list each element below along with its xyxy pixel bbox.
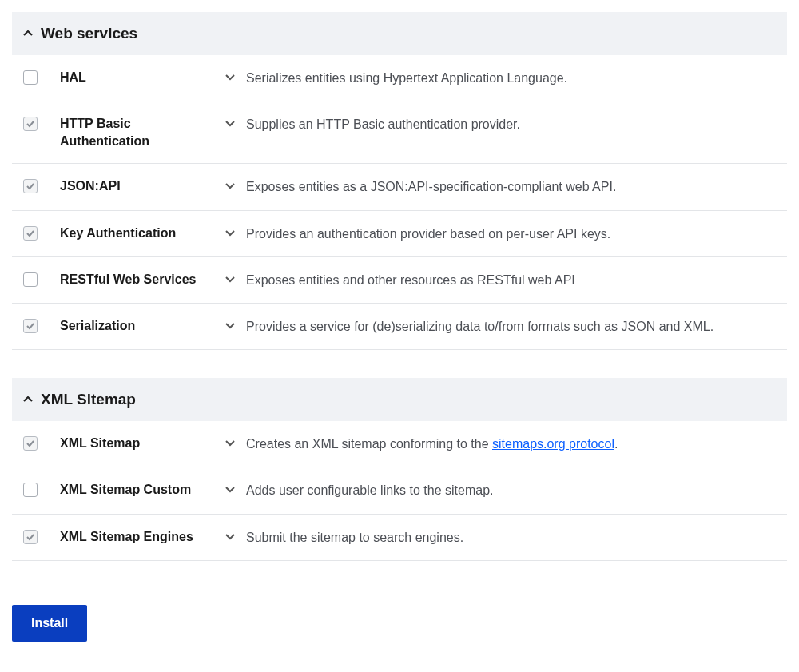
module-row: RESTful Web Services Exposes entities an… [12, 257, 787, 304]
section-header[interactable]: XML Sitemap [12, 378, 787, 421]
module-name: HTTP Basic Authentication [38, 115, 225, 149]
module-description: Supplies an HTTP Basic authentication pr… [246, 115, 776, 133]
checkbox[interactable] [23, 226, 38, 241]
checkbox[interactable] [23, 70, 38, 85]
module-name: JSON:API [38, 177, 225, 195]
install-button[interactable]: Install [12, 605, 87, 642]
chevron-down-icon[interactable] [225, 320, 237, 330]
module-row: HAL Serializes entities using Hypertext … [12, 55, 787, 101]
module-row: Serialization Provides a service for (de… [12, 304, 787, 350]
module-description: Provides an authentication provider base… [246, 225, 776, 243]
module-row: Key Authentication Provides an authentic… [12, 211, 787, 257]
chevron-down-icon[interactable] [225, 274, 237, 284]
module-description: Exposes entities as a JSON:API-specifica… [246, 177, 776, 196]
module-row: JSON:API Exposes entities as a JSON:API-… [12, 164, 787, 210]
module-row: XML Sitemap Custom Adds user configurabl… [12, 467, 787, 514]
checkbox[interactable] [23, 117, 38, 131]
module-description: Creates an XML sitemap conforming to the… [246, 435, 776, 453]
module-description: Provides a service for (de)serializing d… [246, 317, 776, 336]
section-xml-sitemap: XML Sitemap XML Sitemap Creates an XML s… [12, 378, 787, 561]
section-title: XML Sitemap [41, 391, 136, 408]
module-name: Serialization [38, 317, 225, 335]
chevron-down-icon[interactable] [225, 181, 237, 190]
chevron-up-icon [23, 395, 33, 404]
module-name: XML Sitemap Engines [38, 528, 225, 546]
chevron-down-icon[interactable] [225, 531, 237, 541]
checkbox[interactable] [23, 179, 38, 193]
module-name: XML Sitemap [38, 435, 225, 452]
module-name: XML Sitemap Custom [38, 481, 225, 499]
module-description: Submit the sitemap to search engines. [246, 528, 776, 547]
checkbox[interactable] [23, 319, 38, 333]
module-name: Key Authentication [38, 225, 225, 242]
section-web-services: Web services HAL Serializes entities usi… [12, 12, 787, 350]
chevron-down-icon[interactable] [225, 72, 237, 82]
module-description: Serializes entities using Hypertext Appl… [246, 69, 776, 87]
chevron-down-icon[interactable] [225, 484, 237, 494]
module-row: XML Sitemap Creates an XML sitemap confo… [12, 421, 787, 467]
section-title: Web services [41, 25, 137, 42]
chevron-down-icon[interactable] [225, 228, 237, 237]
chevron-down-icon[interactable] [225, 118, 237, 128]
section-header[interactable]: Web services [12, 12, 787, 55]
module-name: HAL [38, 69, 225, 86]
checkbox[interactable] [23, 272, 38, 287]
module-description: Adds user configurable links to the site… [246, 481, 776, 499]
checkbox[interactable] [23, 436, 38, 451]
module-name: RESTful Web Services [38, 271, 225, 288]
checkbox[interactable] [23, 530, 38, 544]
checkbox[interactable] [23, 483, 38, 497]
chevron-up-icon [23, 29, 33, 38]
chevron-down-icon[interactable] [225, 438, 237, 447]
module-row: HTTP Basic Authentication Supplies an HT… [12, 101, 787, 164]
module-description: Exposes entities and other resources as … [246, 271, 776, 289]
module-row: XML Sitemap Engines Submit the sitemap t… [12, 515, 787, 561]
sitemaps-protocol-link[interactable]: sitemaps.org protocol [492, 437, 614, 451]
